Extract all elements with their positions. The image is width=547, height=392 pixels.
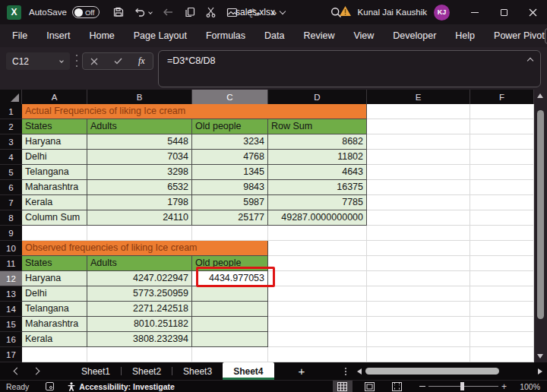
cell-F16[interactable]: [470, 332, 534, 347]
row-header-17[interactable]: 17: [0, 347, 22, 362]
sheet-options-icon[interactable]: [345, 368, 346, 375]
cell-F11[interactable]: [470, 256, 534, 271]
horizontal-scrollbar[interactable]: [357, 368, 542, 375]
autosave-toggle[interactable]: Off: [72, 6, 100, 18]
row-header-10[interactable]: 10: [0, 241, 22, 256]
cell-C15[interactable]: [192, 317, 268, 332]
menu-help[interactable]: Help: [455, 30, 475, 41]
cell-F12[interactable]: [470, 271, 534, 286]
cell-D16[interactable]: [268, 332, 367, 347]
cell-E6[interactable]: [367, 180, 470, 195]
cell-F17[interactable]: [470, 347, 534, 362]
cell-B17[interactable]: [87, 347, 192, 362]
cell-D11[interactable]: [268, 256, 367, 271]
cell-D8[interactable]: 49287.0000000000: [268, 210, 367, 226]
cell-A10[interactable]: Observed frequencies of liking Ice cream: [22, 241, 268, 256]
row-header-13[interactable]: 13: [0, 286, 22, 302]
maximize-button[interactable]: [489, 0, 518, 24]
cell-A3[interactable]: Haryana: [22, 134, 87, 150]
avatar[interactable]: KJ: [434, 5, 450, 21]
user-name[interactable]: Kunal Jai Kaushik: [358, 8, 427, 17]
cell-E12[interactable]: [367, 271, 470, 286]
row-header-9[interactable]: 9: [0, 226, 22, 241]
cell-B14[interactable]: 2271.242518: [87, 302, 192, 317]
cell-C6[interactable]: 9843: [192, 180, 268, 195]
row-header-1[interactable]: 1: [0, 104, 22, 119]
menu-view[interactable]: View: [353, 30, 374, 41]
cell-C8[interactable]: 25177: [192, 210, 268, 226]
cell-F10[interactable]: [470, 241, 534, 256]
page-break-view-button[interactable]: [387, 381, 407, 392]
cell-A2[interactable]: States: [22, 119, 87, 134]
cell-B13[interactable]: 5773.250959: [87, 286, 192, 302]
cell-B15[interactable]: 8010.251182: [87, 317, 192, 332]
zoom-out-icon[interactable]: [419, 386, 425, 387]
sheet-nav-left-icon[interactable]: [14, 368, 21, 375]
undo-icon[interactable]: [134, 8, 152, 17]
cell-A8[interactable]: Column Sum: [22, 210, 87, 226]
cell-B3[interactable]: 5448: [87, 134, 192, 150]
row-header-7[interactable]: 7: [0, 195, 22, 210]
row-header-15[interactable]: 15: [0, 317, 22, 332]
cell-F5[interactable]: [470, 165, 534, 180]
vertical-scrollbar[interactable]: [534, 90, 547, 362]
cell-D10[interactable]: [268, 241, 367, 256]
minimize-button[interactable]: [460, 0, 489, 24]
cell-B7[interactable]: 1798: [87, 195, 192, 210]
cell-A17[interactable]: [22, 347, 87, 362]
cell-C16[interactable]: [192, 332, 268, 347]
row-header-14[interactable]: 14: [0, 302, 22, 317]
sheet-tab-sheet3[interactable]: Sheet3: [172, 362, 223, 380]
cell-E16[interactable]: [367, 332, 470, 347]
document-title[interactable]: sales.xlsx: [236, 0, 285, 24]
cell-F13[interactable]: [470, 286, 534, 302]
back-arrow-icon[interactable]: [163, 8, 174, 17]
cell-B12[interactable]: 4247.022947: [87, 271, 192, 286]
cell-D7[interactable]: 7785: [268, 195, 367, 210]
scroll-right-icon[interactable]: [538, 368, 542, 375]
cell-E7[interactable]: [367, 195, 470, 210]
cell-B8[interactable]: 24110: [87, 210, 192, 226]
cancel-icon[interactable]: [90, 58, 98, 65]
cell-C7[interactable]: 5987: [192, 195, 268, 210]
cell-D13[interactable]: [268, 286, 367, 302]
cell-A7[interactable]: Kerala: [22, 195, 87, 210]
cell-A14[interactable]: Telangana: [22, 302, 87, 317]
zoom-slider-thumb[interactable]: [460, 382, 464, 390]
cell-B4[interactable]: 7034: [87, 150, 192, 165]
cell-D12[interactable]: [268, 271, 367, 286]
cell-F3[interactable]: [470, 134, 534, 150]
cell-D15[interactable]: [268, 317, 367, 332]
cell-D6[interactable]: 16375: [268, 180, 367, 195]
cell-D4[interactable]: 11802: [268, 150, 367, 165]
sheet-tab-sheet1[interactable]: Sheet1: [71, 362, 121, 380]
cell-F4[interactable]: [470, 150, 534, 165]
enter-icon[interactable]: [114, 58, 122, 65]
close-button[interactable]: [518, 0, 547, 24]
row-header-8[interactable]: 8: [0, 210, 22, 226]
menu-home[interactable]: Home: [89, 30, 114, 41]
menu-file[interactable]: File: [12, 30, 27, 41]
cell-A5[interactable]: Telangana: [22, 165, 87, 180]
row-header-2[interactable]: 2: [0, 119, 22, 134]
cell-E15[interactable]: [367, 317, 470, 332]
menu-formulas[interactable]: Formulas: [206, 30, 245, 41]
zoom-level[interactable]: 100%: [514, 382, 540, 391]
copy-icon[interactable]: [185, 7, 195, 17]
column-header-F[interactable]: F: [470, 90, 534, 104]
cell-A4[interactable]: Delhi: [22, 150, 87, 165]
cell-E5[interactable]: [367, 165, 470, 180]
new-sheet-button[interactable]: +: [299, 365, 305, 378]
column-header-B[interactable]: B: [87, 90, 192, 104]
row-header-3[interactable]: 3: [0, 134, 22, 150]
cell-F8[interactable]: [470, 210, 534, 226]
row-header-6[interactable]: 6: [0, 180, 22, 195]
cell-E9[interactable]: [367, 226, 470, 241]
cell-D5[interactable]: 4643: [268, 165, 367, 180]
row-header-11[interactable]: 11: [0, 256, 22, 271]
cell-F14[interactable]: [470, 302, 534, 317]
cell-C5[interactable]: 1345: [192, 165, 268, 180]
cell-E3[interactable]: [367, 134, 470, 150]
column-header-C[interactable]: C: [192, 90, 268, 104]
menu-insert[interactable]: Insert: [46, 30, 70, 41]
